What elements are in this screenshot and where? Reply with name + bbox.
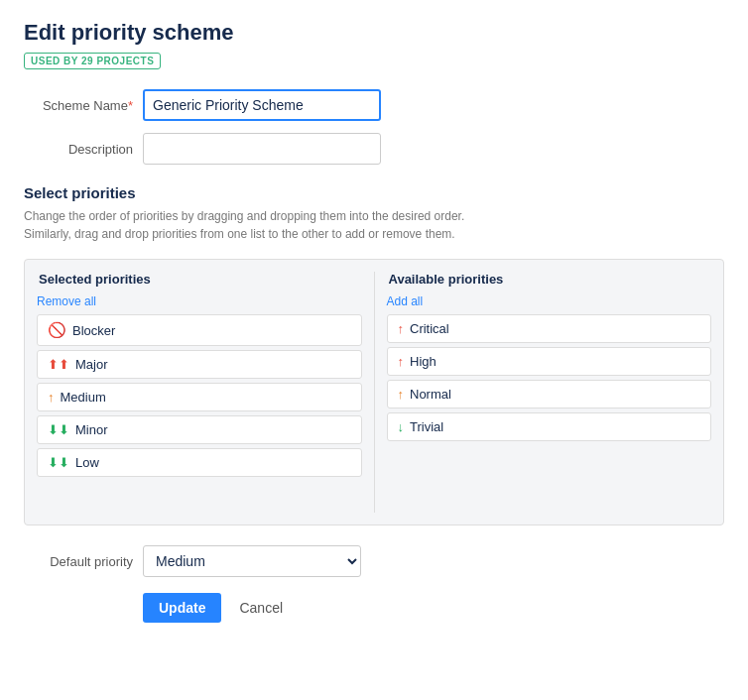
select-priorities-desc: Change the order of priorities by draggi… (24, 207, 724, 243)
blocker-icon: 🚫 (48, 321, 66, 339)
major-icon: ⬆⬆ (48, 357, 69, 372)
description-input[interactable] (143, 133, 381, 165)
default-priority-select[interactable]: Blocker Major Medium Minor Low (143, 545, 361, 577)
high-icon: ↑ (398, 354, 405, 369)
list-item[interactable]: ⬇⬇ Low (37, 448, 362, 477)
normal-icon: ↑ (398, 387, 405, 402)
used-by-badge: USED BY 29 PROJECTS (24, 53, 161, 69)
default-priority-row: Default priority Blocker Major Medium Mi… (24, 545, 724, 577)
remove-all-link[interactable]: Remove all (37, 294, 96, 308)
update-button[interactable]: Update (143, 593, 221, 623)
description-label: Description (24, 142, 143, 157)
medium-icon: ↑ (48, 390, 55, 405)
scheme-name-row: Scheme Name* (24, 89, 724, 121)
available-panel: Available priorities Add all ↑ Critical … (387, 272, 712, 513)
selected-panel-title: Selected priorities (37, 272, 362, 287)
list-item[interactable]: 🚫 Blocker (37, 314, 362, 346)
add-all-link[interactable]: Add all (387, 294, 424, 308)
minor-icon: ⬇⬇ (48, 422, 69, 437)
list-item[interactable]: ↑ Normal (387, 380, 712, 408)
priority-name: Medium (61, 390, 106, 405)
priority-name: Minor (75, 422, 108, 437)
priority-name: Critical (410, 321, 449, 336)
priority-name: Normal (410, 387, 451, 402)
actions-row: Update Cancel (143, 593, 724, 623)
available-panel-title: Available priorities (387, 272, 712, 287)
select-priorities-title: Select priorities (24, 184, 724, 201)
priority-name: High (410, 354, 436, 369)
selected-priority-list: 🚫 Blocker ⬆⬆ Major ↑ Medium ⬇⬇ Minor ⬇⬇ … (37, 314, 362, 513)
list-item[interactable]: ⬇⬇ Minor (37, 415, 362, 444)
list-item[interactable]: ↑ Medium (37, 383, 362, 411)
panel-divider (374, 272, 375, 513)
page-title: Edit priority scheme (24, 20, 724, 46)
list-item[interactable]: ↓ Trivial (387, 412, 712, 441)
description-row: Description (24, 133, 724, 165)
critical-icon: ↑ (398, 321, 405, 336)
available-priority-list: ↑ Critical ↑ High ↑ Normal ↓ Trivial (387, 314, 712, 513)
cancel-button[interactable]: Cancel (231, 593, 291, 623)
scheme-name-label: Scheme Name* (24, 98, 143, 113)
priority-name: Trivial (410, 419, 443, 434)
default-priority-label: Default priority (24, 554, 143, 569)
list-item[interactable]: ↑ Critical (387, 314, 712, 343)
priority-name: Major (75, 357, 108, 372)
list-item[interactable]: ⬆⬆ Major (37, 350, 362, 379)
low-icon: ⬇⬇ (48, 455, 69, 470)
trivial-icon: ↓ (398, 419, 405, 434)
list-item[interactable]: ↑ High (387, 347, 712, 376)
scheme-name-input[interactable] (143, 89, 381, 121)
priority-name: Low (75, 455, 99, 470)
selected-panel: Selected priorities Remove all 🚫 Blocker… (37, 272, 362, 513)
priorities-container: Selected priorities Remove all 🚫 Blocker… (24, 259, 724, 525)
priority-name: Blocker (72, 323, 115, 338)
